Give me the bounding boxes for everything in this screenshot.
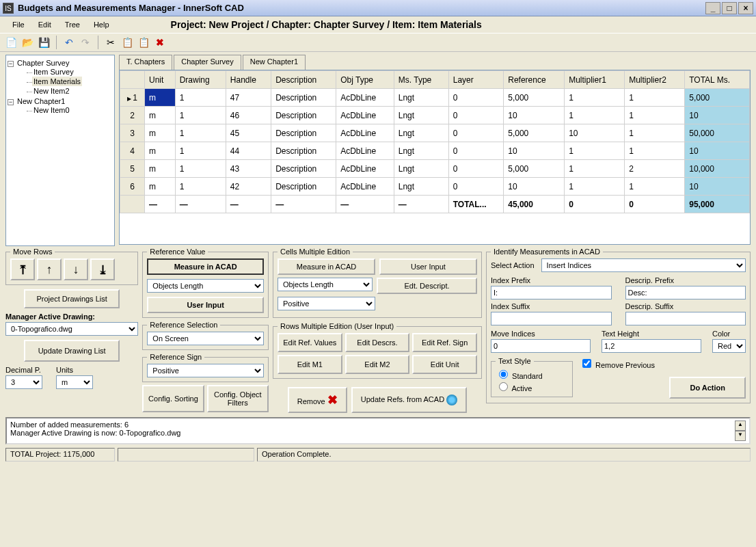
cells-measure-in-acad-button[interactable]: Measure in ACAD xyxy=(278,258,375,275)
reference-sign-select[interactable]: Positive xyxy=(147,364,264,377)
cells-objects-select[interactable]: Objects Length xyxy=(278,278,373,291)
col-objtype[interactable]: Obj Type xyxy=(336,71,394,89)
paste-icon[interactable]: 📋 xyxy=(137,36,150,49)
manager-active-drawing-select[interactable]: 0-Topografico.dwg xyxy=(5,322,138,336)
delete-icon[interactable]: ✖ xyxy=(153,36,167,49)
measure-in-acad-button[interactable]: Measure in ACAD xyxy=(147,258,264,275)
edit-unit-button[interactable]: Edit Unit xyxy=(412,355,477,374)
text-style-active-radio[interactable]: Active xyxy=(496,384,532,392)
decimal-p-select[interactable]: 3 xyxy=(5,375,42,389)
tree-chapter-survey[interactable]: Chapter Survey xyxy=(16,58,70,68)
close-button[interactable]: × xyxy=(738,2,753,14)
color-select[interactable]: Red xyxy=(712,339,746,353)
tree-new-item0[interactable]: New Item0 xyxy=(32,105,71,115)
cells-user-input-button[interactable]: User Input xyxy=(379,258,477,275)
edit-m1-button[interactable]: Edit M1 xyxy=(278,355,342,374)
text-style-legend: Text Style xyxy=(496,357,534,365)
cells-multiple-edition-legend: Cells Multiple Edition xyxy=(278,248,353,256)
tab-chapter-survey[interactable]: Chapter Survey xyxy=(174,55,241,70)
menu-tree[interactable]: Tree xyxy=(58,18,87,31)
save-icon[interactable]: 💾 xyxy=(37,36,51,49)
select-action-select[interactable]: Insert Indices xyxy=(541,258,746,272)
move-up-button[interactable]: ↑ xyxy=(37,258,62,280)
units-select[interactable]: m xyxy=(56,375,93,389)
reference-sign-group: Reference Sign Positive xyxy=(142,353,269,382)
cells-sign-select[interactable]: Positive xyxy=(278,297,375,310)
open-icon[interactable]: 📂 xyxy=(21,36,34,49)
col-layer[interactable]: Layer xyxy=(448,71,504,89)
move-indices-label: Move Indices xyxy=(491,330,591,338)
index-suffix-input[interactable] xyxy=(491,312,612,325)
col-multiplier2[interactable]: Multiplier2 xyxy=(625,71,685,89)
table-row[interactable]: 6m142DescriptionAcDbLineLngt0101110 xyxy=(120,178,750,196)
tree-new-item2[interactable]: New Item2 xyxy=(32,86,71,96)
scroll-down-icon[interactable]: ▼ xyxy=(735,431,746,441)
copy-icon[interactable]: 📋 xyxy=(120,36,134,49)
status-bar: TOTAL Project: 1175,000 Operation Comple… xyxy=(5,447,751,462)
decimal-p-label: Decimal P. xyxy=(5,366,42,374)
table-sum-row: ——————TOTAL...45,0000095,000 xyxy=(120,196,750,213)
col-multiplier1[interactable]: Multiplier1 xyxy=(565,71,625,89)
col-handle[interactable]: Handle xyxy=(226,71,271,89)
col-mstype[interactable]: Ms. Type xyxy=(394,71,448,89)
col-drawing[interactable]: Drawing xyxy=(175,71,226,89)
user-input-button[interactable]: User Input xyxy=(147,297,264,313)
ref-value-objects-select[interactable]: Objects Length xyxy=(147,279,264,293)
col-reference[interactable]: Reference xyxy=(504,71,565,89)
tab-t-chapters[interactable]: T. Chapters xyxy=(119,55,172,70)
text-style-standard-radio[interactable]: Standard xyxy=(496,372,543,380)
tree-item-materials[interactable]: Item Materials xyxy=(32,77,82,86)
title-bar: IS Budgets and Measurements Manager - In… xyxy=(0,0,756,16)
scroll-up-icon[interactable]: ▲ xyxy=(735,421,746,431)
edit-m2-button[interactable]: Edit M2 xyxy=(345,355,410,374)
update-drawing-list-button[interactable]: Update Drawing List xyxy=(24,340,120,362)
edit-ref-values-button[interactable]: Edit Ref. Values xyxy=(278,333,342,352)
move-top-button[interactable]: ⤒ xyxy=(10,258,35,280)
remove-previous-checkbox[interactable]: Remove Previous xyxy=(580,357,655,370)
table-row[interactable]: 3m145DescriptionAcDbLineLngt05,00010150,… xyxy=(120,124,750,142)
move-down-button[interactable]: ↓ xyxy=(64,258,88,280)
col-totalms[interactable]: TOTAL Ms. xyxy=(685,71,750,89)
tree-collapse-icon[interactable]: − xyxy=(8,99,14,105)
tree-collapse-icon[interactable]: − xyxy=(8,61,14,67)
minimize-button[interactable]: _ xyxy=(705,2,720,14)
tree-item-survey[interactable]: Item Survey xyxy=(32,67,75,77)
edit-descrs-button[interactable]: Edit Descrs. xyxy=(345,333,410,352)
menu-edit[interactable]: Edit xyxy=(31,18,58,31)
col-unit[interactable]: Unit xyxy=(145,71,176,89)
config-sorting-button[interactable]: Config. Sorting xyxy=(142,385,204,412)
edit-description-button[interactable]: Edt. Descript. xyxy=(377,278,477,294)
menu-help[interactable]: Help xyxy=(87,18,116,31)
measurements-grid[interactable]: Unit Drawing Handle Description Obj Type… xyxy=(119,70,751,245)
tab-new-chapter1[interactable]: New Chapter1 xyxy=(243,55,306,70)
maximize-button[interactable]: □ xyxy=(722,2,737,14)
text-height-input[interactable] xyxy=(602,339,701,353)
menu-file[interactable]: File xyxy=(5,18,31,31)
config-object-filters-button[interactable]: Config. Object Filters xyxy=(207,385,269,412)
do-action-button[interactable]: Do Action xyxy=(669,377,746,399)
reference-selection-select[interactable]: On Screen xyxy=(147,332,264,345)
remove-button[interactable]: Remove ✖ xyxy=(288,387,347,413)
table-row[interactable]: 4m144DescriptionAcDbLineLngt0101110 xyxy=(120,142,750,160)
table-row[interactable]: 5m143DescriptionAcDbLineLngt05,0001210,0… xyxy=(120,160,750,178)
cells-multiple-edition-group: Cells Multiple Edition Measure in ACAD U… xyxy=(273,248,482,318)
project-tree[interactable]: −Chapter Survey Item Survey Item Materia… xyxy=(5,55,115,246)
reference-value-group: Reference Value Measure in ACAD Objects … xyxy=(142,248,269,318)
project-drawings-list-button[interactable]: Project Drawings List xyxy=(24,289,120,308)
descrip-suffix-input[interactable] xyxy=(625,312,746,325)
descrip-prefix-input[interactable] xyxy=(625,286,746,299)
undo-icon[interactable]: ↶ xyxy=(62,36,76,49)
col-description[interactable]: Description xyxy=(271,71,336,89)
update-refs-from-acad-button[interactable]: Update Refs. from ACAD xyxy=(351,387,467,413)
redo-icon[interactable]: ↷ xyxy=(79,36,92,49)
move-indices-input[interactable] xyxy=(491,339,591,353)
table-row[interactable]: 1m147DescriptionAcDbLineLngt05,000115,00… xyxy=(120,89,750,107)
index-prefix-input[interactable] xyxy=(491,286,612,299)
new-icon[interactable]: 📄 xyxy=(4,36,18,49)
select-action-label: Select Action xyxy=(491,261,535,269)
tree-new-chapter1[interactable]: New Chapter1 xyxy=(16,96,66,106)
edit-ref-sign-button[interactable]: Edit Ref. Sign xyxy=(412,333,477,352)
move-bottom-button[interactable]: ⤓ xyxy=(90,258,115,280)
cut-icon[interactable]: ✂ xyxy=(104,36,118,49)
table-row[interactable]: 2m146DescriptionAcDbLineLngt0101110 xyxy=(120,107,750,124)
